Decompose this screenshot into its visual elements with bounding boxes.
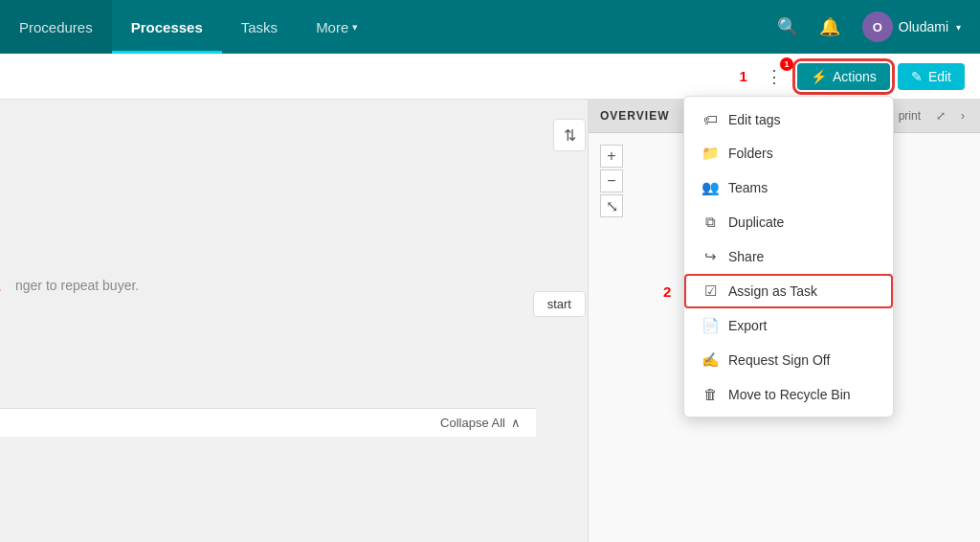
print-button[interactable]: print bbox=[895, 107, 924, 124]
dropdown-item-export[interactable]: 📄 Export bbox=[684, 308, 893, 343]
nav-item-tasks[interactable]: Tasks bbox=[222, 0, 297, 54]
notifications-button[interactable]: 🔔 bbox=[813, 10, 847, 44]
tag-icon: 🏷 bbox=[702, 111, 719, 127]
folder-icon: 📁 bbox=[702, 145, 719, 162]
label-2-marker: 2 bbox=[663, 283, 671, 300]
next-icon[interactable]: › bbox=[957, 107, 969, 124]
dropdown-item-share[interactable]: ↪ Share bbox=[684, 239, 893, 274]
nav-items: Procedures Processes Tasks More ▾ bbox=[0, 0, 377, 54]
dropdown-item-teams[interactable]: 👥 Teams bbox=[684, 170, 893, 205]
label-1: 1 bbox=[740, 68, 747, 84]
kebab-menu-button[interactable]: ⋮ 1 bbox=[759, 61, 790, 92]
expand-icon[interactable]: ⤢ bbox=[932, 107, 949, 124]
nav-item-more[interactable]: More ▾ bbox=[297, 0, 377, 54]
label-2: 2 bbox=[0, 278, 1, 295]
dropdown-item-edit-tags[interactable]: 🏷 Edit tags bbox=[684, 102, 893, 136]
actions-button[interactable]: ⚡ Actions bbox=[797, 63, 890, 90]
fit-button[interactable]: ⤡ bbox=[600, 194, 623, 217]
more-chevron-icon: ▾ bbox=[352, 21, 358, 34]
notification-badge: 1 bbox=[780, 57, 793, 71]
sort-button[interactable]: ⇅ bbox=[553, 119, 586, 151]
teams-icon: 👥 bbox=[702, 179, 719, 196]
dropdown-item-assign-task[interactable]: 2 ☑ Assign as Task bbox=[684, 274, 893, 308]
dropdown-item-duplicate[interactable]: ⧉ Duplicate bbox=[684, 205, 893, 239]
nav-right: 🔍 🔔 O Oludami ▾ bbox=[770, 8, 980, 46]
left-content-panel: 2 nger to repeat buyer. Collapse All ∧ bbox=[0, 100, 588, 542]
user-name: Oludami bbox=[899, 19, 948, 34]
edit-icon: ✎ bbox=[911, 69, 923, 84]
edit-button[interactable]: ✎ Edit bbox=[898, 63, 965, 90]
collapse-all-bar[interactable]: Collapse All ∧ bbox=[0, 408, 536, 437]
duplicate-icon: ⧉ bbox=[702, 214, 719, 231]
nav-item-processes[interactable]: Processes bbox=[112, 0, 222, 54]
avatar: O bbox=[862, 11, 893, 42]
zoom-in-button[interactable]: + bbox=[600, 145, 623, 168]
recycle-icon: 🗑 bbox=[702, 386, 719, 402]
content-text: nger to repeat buyer. bbox=[15, 278, 139, 293]
actions-icon: ⚡ bbox=[811, 69, 827, 84]
export-icon: 📄 bbox=[702, 317, 719, 334]
overview-header-actions: print ⤢ › bbox=[895, 107, 969, 124]
dropdown-item-folders[interactable]: 📁 Folders bbox=[684, 136, 893, 170]
top-navigation: Procedures Processes Tasks More ▾ 🔍 🔔 O … bbox=[0, 0, 980, 54]
start-button[interactable]: start bbox=[533, 291, 586, 317]
nav-item-procedures[interactable]: Procedures bbox=[0, 0, 112, 54]
assign-task-icon: ☑ bbox=[702, 282, 719, 300]
sign-off-icon: ✍ bbox=[702, 351, 719, 369]
share-icon: ↪ bbox=[702, 248, 719, 265]
dropdown-item-request-sign-off[interactable]: ✍ Request Sign Off bbox=[684, 343, 893, 377]
user-menu[interactable]: O Oludami ▾ bbox=[855, 8, 969, 46]
diagram-controls: + − ⤡ bbox=[600, 145, 623, 217]
dropdown-item-move-recycle[interactable]: 🗑 Move to Recycle Bin bbox=[684, 377, 893, 411]
search-button[interactable]: 🔍 bbox=[770, 10, 805, 44]
user-chevron-icon: ▾ bbox=[956, 22, 961, 33]
zoom-out-button[interactable]: − bbox=[600, 169, 623, 192]
action-bar: 1 ⋮ 1 ⚡ Actions ✎ Edit bbox=[0, 54, 980, 100]
actions-dropdown: 🏷 Edit tags 📁 Folders 👥 Teams ⧉ Duplicat… bbox=[683, 96, 894, 418]
overview-title: OVERVIEW bbox=[600, 109, 669, 123]
collapse-all-label: Collapse All bbox=[440, 416, 505, 430]
collapse-chevron-icon: ∧ bbox=[511, 416, 521, 430]
